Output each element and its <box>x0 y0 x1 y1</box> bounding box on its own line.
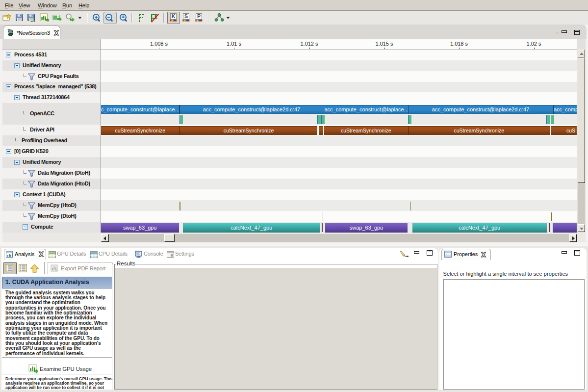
svg-text:S: S <box>184 13 188 19</box>
svg-text:K: K <box>172 13 176 19</box>
svg-text:P: P <box>197 13 201 19</box>
